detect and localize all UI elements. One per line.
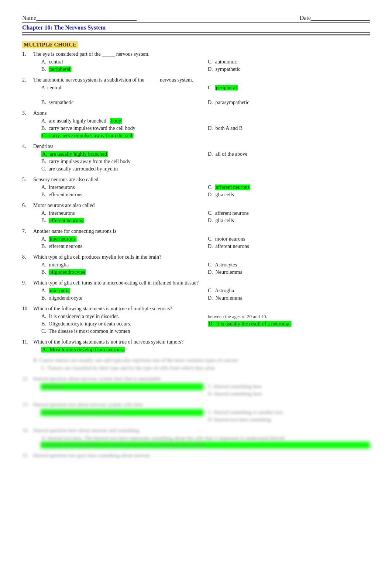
question-11b: B. Cancer tumors are usually rare and ty… — [22, 358, 370, 372]
question-6: 6. Motor neurons are also called A. inte… — [22, 203, 370, 224]
q10-num: 10. — [22, 306, 29, 312]
q9-optA: A. microglia — [41, 287, 203, 294]
question-10: 10. Which of the following statements is… — [22, 306, 370, 335]
q2-optB: B. sympathetic — [41, 99, 203, 106]
q3-empty — [207, 118, 370, 124]
q6-num: 6. — [22, 203, 26, 208]
q12-optC: C. blurred something here — [207, 383, 370, 390]
q13-text: blurred question text about nervous syst… — [33, 402, 370, 408]
question-11: 11. Which of the following statements is… — [22, 339, 370, 353]
q3-num: 3. — [22, 110, 26, 116]
q11-optA: A. Most tumors develop from neurons. — [41, 346, 370, 353]
q11b-optC: C. Tumors are classified by their type a… — [41, 365, 370, 372]
q3-text: Axons — [33, 110, 370, 116]
q13-optA: A. blurred highlighted option text here — [41, 409, 203, 416]
q10-note1: between the ages of 20 and 40. — [207, 313, 370, 320]
q6-optB-highlight: efferent neurons — [49, 218, 84, 223]
q3-optA: A. are usually highly branched body — [41, 118, 203, 124]
q15-num: 15. — [22, 453, 29, 459]
question-14: 14. blurred question here about neurons … — [22, 428, 370, 448]
q2-text: The autonomic nervous system is a subdiv… — [33, 77, 370, 83]
q10-optD: D. It is usually the result of a neuroma… — [207, 321, 370, 327]
q5-optD: D. glia cells — [207, 192, 370, 198]
q3-options: A. are usually highly branched body B. c… — [33, 118, 370, 139]
q6-optC: C. afferent neurons — [207, 210, 370, 217]
q4-optD: D. all of the above — [207, 151, 370, 158]
q7-optA: A. interneurons — [41, 236, 203, 242]
q4-empty — [207, 158, 370, 165]
question-12: 12. blurred question about nervous syste… — [22, 376, 370, 397]
q8-optC: C. Astrocytes — [207, 262, 370, 268]
q14-optA: A. blurred text here. The blurred text h… — [41, 435, 370, 442]
q6-options: A. interneurons C. afferent neurons B. e… — [33, 210, 370, 224]
q9-optB: B. oligodendrocyte — [41, 295, 203, 301]
q7-optB: B. efferent neurons — [41, 243, 203, 250]
q5-num: 5. — [22, 177, 26, 183]
q9-num: 9. — [22, 280, 26, 286]
q2-optC-highlight: peripheral — [215, 85, 238, 90]
q2-optC: C. peripheral — [207, 84, 370, 91]
q4-options: A. are usually highly branched D. all of… — [33, 151, 370, 172]
q14-num: 14. — [22, 428, 29, 434]
q1-optA: A. central — [41, 59, 203, 65]
q3-optB: B. carry nerve impulses toward the cell … — [41, 125, 203, 132]
q1-optB-highlight: peripheral — [49, 66, 71, 72]
q3-optD: D. both A and B — [207, 125, 370, 132]
q14-options: A. blurred text here. The blurred text h… — [33, 435, 370, 448]
q7-options: A. interneurons C. motor neurons B. effe… — [33, 236, 370, 250]
q14-optB: B. blurred option highlighted text here … — [41, 442, 370, 448]
q11-optA-highlight: A. Most tumors develop from neurons. — [41, 347, 125, 352]
question-2: 2. The autonomic nervous system is a sub… — [22, 77, 370, 106]
q6-optB: B. efferent neurons — [41, 217, 203, 224]
question-7: 7. Another name for connecting neurons i… — [22, 228, 370, 250]
q9-optC: C. Astroglia — [207, 287, 370, 294]
q2-optD: D. parasympathetic — [207, 99, 370, 106]
q10-optC: C. The disease is most common in women — [41, 328, 203, 335]
question-1: 1. The eye is considered part of the ___… — [22, 51, 370, 73]
q10-empty — [207, 328, 370, 335]
q11-text: Which of the following statements is not… — [33, 339, 370, 345]
question-15: 15. blurred question text goes here some… — [22, 453, 370, 459]
q5-options: A. interneurons C. afferent neurons B. e… — [33, 184, 370, 198]
q4-text: Dendrites — [33, 144, 370, 149]
q11b-text: B. Cancer tumors are usually rare and ty… — [33, 358, 370, 363]
q1-optB: B. peripheral — [41, 66, 203, 73]
q10-grid: A. It is considered a myelin disorder. b… — [41, 313, 370, 335]
q3-empty2 — [207, 132, 370, 139]
q15-text: blurred question text goes here somethin… — [33, 453, 370, 459]
q2-empty — [207, 92, 370, 99]
q4-empty2 — [207, 166, 370, 172]
q8-optA: A. microglia — [41, 262, 203, 268]
chapter-title: Chapter 10: The Nervous System — [22, 24, 370, 33]
q7-optA-highlight: interneurons — [49, 236, 76, 242]
q7-optD: D. afferent neurons — [207, 243, 370, 250]
date-label: Date____________________ — [300, 15, 370, 21]
name-label: Name__________________________________ — [22, 15, 137, 21]
question-3: 3. Axons A. are usually highly branched … — [22, 110, 370, 139]
q8-optB: B. oligodendrocytes — [41, 269, 203, 276]
q6-optD: D. glia cells — [207, 217, 370, 224]
q9-optD: D. Neurolemma — [207, 295, 370, 301]
q1-num: 1. — [22, 51, 26, 57]
q5-optC-highlight: afferent neurons — [215, 184, 250, 190]
q5-optB: B. efferent neurons — [41, 192, 203, 198]
q7-text: Another name for connecting neurons is — [33, 228, 370, 234]
q5-optC: C. afferent neurons — [207, 184, 370, 191]
q12-optA: A. blurred — [41, 383, 203, 390]
q4-optB: B. carry impulses away from the cell bod… — [41, 158, 203, 165]
q13-num: 13. — [22, 402, 29, 408]
questions-list: 1. The eye is considered part of the ___… — [22, 51, 370, 459]
question-5: 5. Sensory neurons are also called A. in… — [22, 177, 370, 198]
q13-empty — [41, 417, 203, 423]
q2-num: 2. — [22, 77, 26, 83]
q1-options: A. central C. autonomic B. peripheral D.… — [33, 59, 370, 73]
question-9: 9. Which type of glia cell turns into a … — [22, 280, 370, 301]
q13-optD: D. blurred text here something — [207, 417, 370, 423]
q5-text: Sensory neurons are also called — [33, 177, 370, 183]
q12-optD: D. blurred something here — [207, 391, 370, 397]
q12-options: A. blurred C. blurred something here D. … — [33, 383, 370, 397]
q8-optB-highlight: oligodendrocytes — [49, 269, 86, 275]
q11-num: 11. — [22, 339, 28, 345]
question-13: 13. blurred question text about nervous … — [22, 402, 370, 423]
q8-text: Which type of glia cell produces myelin … — [33, 254, 370, 260]
